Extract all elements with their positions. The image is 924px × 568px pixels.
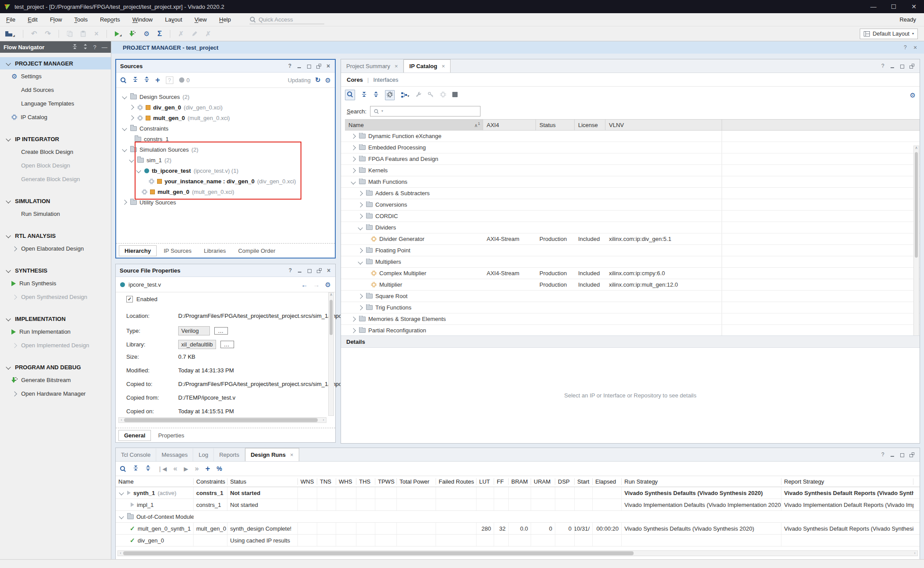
- expand-all-icon[interactable]: [145, 465, 151, 472]
- tab-design-runs[interactable]: Design Runs×: [245, 448, 299, 461]
- column-header-tpws[interactable]: TPWS: [375, 478, 397, 485]
- catalog-row[interactable]: Adders & Subtracters: [341, 188, 920, 199]
- minimize-icon[interactable]: [890, 64, 895, 69]
- collapse-all-icon[interactable]: [361, 91, 367, 98]
- close-icon[interactable]: [913, 45, 918, 50]
- catalog-row[interactable]: Math Functions: [341, 176, 920, 188]
- tab-cores[interactable]: Cores: [347, 76, 363, 83]
- flow-section-program-and-debug[interactable]: PROGRAM AND DEBUG: [0, 361, 111, 373]
- flow-section-synthesis[interactable]: SYNTHESIS: [0, 264, 111, 277]
- help-icon[interactable]: [288, 268, 293, 273]
- horizontal-scrollbar[interactable]: ‹ ›: [118, 417, 326, 423]
- vertical-scrollbar[interactable]: ∧ ∨: [913, 146, 919, 343]
- search-icon[interactable]: [345, 90, 355, 100]
- scroll-right-icon[interactable]: ›: [912, 551, 917, 555]
- sidebar-item-add-sources[interactable]: Add Sources: [0, 83, 111, 97]
- expander-icon[interactable]: [122, 94, 127, 99]
- tab-reports[interactable]: Reports: [214, 448, 245, 461]
- expander-icon[interactable]: [351, 328, 356, 333]
- run-row[interactable]: synth_1 (active)constrs_1Not startedViva…: [116, 487, 920, 499]
- column-header-license[interactable]: License: [575, 120, 605, 130]
- expander-icon[interactable]: [129, 105, 134, 109]
- help-icon[interactable]: [880, 452, 885, 457]
- column-header-uram[interactable]: URAM: [531, 478, 555, 485]
- column-header-status[interactable]: Status: [536, 120, 575, 130]
- browse-button[interactable]: …: [220, 341, 234, 348]
- sidebar-item-create-block-design[interactable]: Create Block Design: [0, 145, 111, 159]
- catalog-row[interactable]: Kernels: [341, 165, 920, 176]
- sidebar-item-run-simulation[interactable]: Run Simulation: [0, 207, 111, 221]
- search-icon[interactable]: [120, 466, 126, 472]
- column-header-bram[interactable]: BRAM: [509, 478, 531, 485]
- tree-item[interactable]: Simulation Sources (2): [120, 144, 335, 155]
- column-header-tns[interactable]: TNS: [317, 478, 336, 485]
- expander-icon[interactable]: [122, 200, 127, 204]
- catalog-row[interactable]: Memories & Storage Elements: [341, 313, 920, 325]
- tab-log[interactable]: Log: [193, 448, 214, 461]
- catalog-row[interactable]: CORDIC: [341, 211, 920, 222]
- expander-icon[interactable]: [351, 134, 356, 138]
- forward-arrow-icon[interactable]: →: [313, 281, 320, 288]
- window-maximize-button[interactable]: ☐: [884, 0, 904, 13]
- scrollbar-thumb[interactable]: [123, 551, 634, 555]
- float-icon[interactable]: [909, 64, 914, 69]
- help-icon[interactable]: [903, 45, 908, 50]
- enabled-checkbox[interactable]: ✓: [126, 296, 133, 302]
- add-sources-icon[interactable]: +: [155, 76, 160, 85]
- tree-item[interactable]: Utility Sources: [120, 197, 335, 208]
- expander-icon[interactable]: [129, 157, 134, 162]
- create-run-icon[interactable]: +: [205, 464, 210, 473]
- column-header-name[interactable]: Name: [116, 478, 194, 485]
- flow-section-simulation[interactable]: SIMULATION: [0, 195, 111, 207]
- tab-project-summary[interactable]: Project Summary×: [341, 60, 403, 73]
- float-icon[interactable]: [317, 268, 322, 273]
- scrollbar-thumb[interactable]: [915, 152, 918, 258]
- close-tab-icon[interactable]: ×: [442, 63, 445, 69]
- tab-properties[interactable]: Properties: [153, 430, 189, 441]
- sidebar-item-open-synthesized-design[interactable]: Open Synthesized Design: [0, 290, 111, 304]
- column-header-report-strategy[interactable]: Report Strategy: [781, 478, 913, 485]
- expander-icon[interactable]: [351, 317, 356, 321]
- pencil-pale-button[interactable]: [192, 31, 198, 36]
- expander-icon[interactable]: [358, 294, 363, 299]
- expander-icon[interactable]: [122, 126, 127, 131]
- sidebar-item-generate-bitstream[interactable]: Generate Bitstream: [0, 373, 111, 387]
- expand-all-icon[interactable]: [373, 91, 379, 98]
- run-row[interactable]: ✓div_gen_0Using cached IP results: [116, 535, 920, 546]
- expander-icon[interactable]: [351, 145, 356, 150]
- sidebar-item-ip-catalog[interactable]: IP Catalog: [0, 110, 111, 124]
- run-row[interactable]: Out-of-Context Module Runs: [116, 511, 920, 523]
- scroll-up-icon[interactable]: ∧: [914, 146, 919, 150]
- column-header-name[interactable]: Name∧1: [345, 120, 483, 130]
- property-value-input[interactable]: Verilog: [178, 326, 210, 335]
- catalog-row[interactable]: Conversions: [341, 199, 920, 211]
- properties-panel-header[interactable]: Source File Properties: [116, 264, 335, 277]
- catalog-row[interactable]: Divider GeneratorAXI4-StreamProductionIn…: [341, 233, 920, 245]
- expander-icon[interactable]: [351, 179, 356, 184]
- menu-file[interactable]: File: [0, 16, 22, 23]
- scroll-up-icon[interactable]: ∧: [329, 293, 334, 297]
- tree-item[interactable]: Constraints: [120, 123, 335, 134]
- sources-panel-header[interactable]: Sources: [116, 60, 335, 73]
- tree-item[interactable]: mult_gen_0 (mult_gen_0.xci): [120, 113, 335, 123]
- sidebar-item-open-elaborated-design[interactable]: Open Elaborated Design: [0, 242, 111, 255]
- sidebar-item-open-hardware-manager[interactable]: Open Hardware Manager: [0, 387, 111, 401]
- column-header-status[interactable]: Status: [227, 478, 298, 485]
- expander-icon[interactable]: [136, 168, 141, 173]
- tab-messages[interactable]: Messages: [156, 448, 193, 461]
- square-icon[interactable]: [452, 92, 458, 98]
- play-green-button[interactable]: ◢: [115, 31, 122, 36]
- expander-icon[interactable]: [351, 168, 356, 173]
- search-input[interactable]: ▾: [370, 106, 480, 117]
- sidebar-item-open-implemented-design[interactable]: Open Implemented Design: [0, 339, 111, 352]
- tree-item[interactable]: mult_gen_0 (mult_gen_0.xci): [120, 186, 335, 197]
- menu-window[interactable]: Window: [126, 16, 159, 23]
- expander-icon[interactable]: [122, 147, 127, 152]
- scroll-right-icon[interactable]: ›: [321, 418, 326, 422]
- catalog-row[interactable]: Trig Functions: [341, 302, 920, 313]
- gear-icon[interactable]: ⚙: [910, 92, 916, 98]
- flow-section-project-manager[interactable]: PROJECT MANAGER: [0, 57, 111, 69]
- menu-reports[interactable]: Reports: [94, 16, 126, 23]
- close-icon[interactable]: [326, 268, 331, 273]
- catalog-row[interactable]: Multipliers: [341, 256, 920, 268]
